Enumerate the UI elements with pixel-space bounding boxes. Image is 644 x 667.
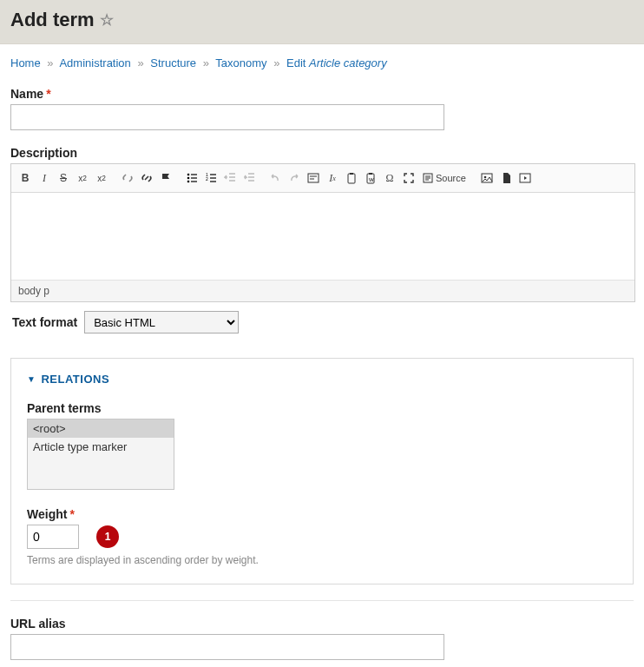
breadcrumb-home[interactable]: Home: [10, 56, 41, 69]
relations-toggle[interactable]: ▼ RELATIONS: [27, 373, 617, 386]
text-format-label: Text format: [12, 315, 77, 329]
breadcrumb-separator: »: [137, 56, 143, 69]
bold-icon[interactable]: B: [16, 169, 34, 187]
svg-rect-9: [369, 173, 372, 175]
paste-text-icon[interactable]: [343, 169, 360, 187]
breadcrumb: Home » Administration » Structure » Taxo…: [10, 56, 634, 69]
video-icon[interactable]: [516, 169, 534, 187]
bullet-list-icon[interactable]: [183, 169, 200, 187]
remove-link-icon[interactable]: [119, 169, 136, 187]
svg-rect-8: [367, 174, 374, 183]
page-title-text: Add term: [10, 9, 95, 31]
indent-icon[interactable]: [240, 169, 258, 187]
name-label-text: Name: [10, 87, 43, 101]
svg-rect-11: [424, 174, 432, 182]
svg-point-1: [187, 177, 190, 180]
breadcrumb-edit-em: Article category: [309, 56, 387, 69]
outdent-icon[interactable]: [221, 169, 239, 187]
name-label: Name*: [10, 87, 634, 101]
source-button-label: Source: [436, 173, 466, 183]
maximize-icon[interactable]: [400, 169, 417, 187]
breadcrumb-admin[interactable]: Administration: [59, 56, 130, 69]
text-format-row: Text format Basic HTML: [10, 302, 634, 342]
rich-text-editor: B I S x2 x2 12 Ix W: [10, 163, 635, 302]
parent-option-root[interactable]: <root>: [28, 419, 174, 438]
text-format-select[interactable]: Basic HTML: [84, 311, 239, 334]
redo-icon[interactable]: [286, 169, 303, 187]
numbered-list-icon[interactable]: 12: [202, 169, 220, 187]
svg-text:W: W: [369, 177, 374, 182]
svg-point-13: [484, 176, 487, 179]
weight-input[interactable]: [27, 525, 79, 549]
svg-rect-5: [308, 174, 319, 182]
svg-rect-7: [350, 173, 353, 175]
favorite-star-icon[interactable]: ☆: [100, 10, 114, 30]
parent-option-article-type[interactable]: Article type marker: [28, 438, 174, 456]
italic-icon[interactable]: I: [36, 169, 53, 187]
page-header: Add term ☆: [0, 0, 644, 44]
breadcrumb-structure[interactable]: Structure: [150, 56, 196, 69]
weight-block: Weight* 1 Terms are displayed in ascendi…: [27, 507, 617, 566]
url-alias-label: URL alias: [10, 617, 634, 631]
image-icon[interactable]: [478, 169, 496, 187]
caret-down-icon: ▼: [27, 374, 36, 384]
superscript-icon[interactable]: x2: [74, 169, 91, 187]
url-alias-input[interactable]: [10, 634, 444, 660]
breadcrumb-taxonomy[interactable]: Taxonomy: [215, 56, 266, 69]
required-icon: *: [46, 87, 50, 101]
svg-point-2: [187, 181, 190, 183]
editor-status-bar: body p: [11, 280, 634, 301]
svg-rect-14: [520, 174, 530, 182]
editor-content-area[interactable]: [11, 193, 634, 280]
strikethrough-icon[interactable]: S: [55, 169, 72, 187]
url-alias-block: URL alias Specify an alternative path by…: [10, 600, 634, 667]
svg-rect-12: [482, 174, 492, 182]
weight-hint: Terms are displayed in ascending order b…: [27, 554, 617, 566]
weight-label: Weight*: [27, 507, 617, 521]
link-icon[interactable]: [138, 169, 155, 187]
breadcrumb-separator: »: [203, 56, 209, 69]
description-label: Description: [10, 146, 634, 160]
toolbar-separator: [176, 169, 181, 187]
breadcrumb-edit[interactable]: Edit Article category: [286, 56, 387, 69]
breadcrumb-edit-prefix: Edit: [286, 56, 309, 69]
page-title: Add term ☆: [10, 9, 634, 31]
flag-icon[interactable]: [157, 169, 174, 187]
toolbar-separator: [260, 169, 265, 187]
name-input[interactable]: [10, 104, 444, 130]
toolbar-separator: [471, 169, 476, 187]
breadcrumb-separator: »: [47, 56, 53, 69]
required-icon: *: [69, 507, 74, 521]
svg-rect-6: [348, 174, 355, 183]
svg-point-0: [187, 174, 190, 176]
relations-title-text: RELATIONS: [41, 373, 109, 386]
subscript-icon[interactable]: x2: [93, 169, 110, 187]
parent-terms-select[interactable]: <root> Article type marker: [27, 419, 174, 490]
description-field-block: Description B I S x2 x2 12: [10, 146, 634, 342]
paste-word-icon[interactable]: W: [362, 169, 379, 187]
clear-format-icon[interactable]: Ix: [324, 169, 341, 187]
special-char-icon[interactable]: Ω: [381, 169, 398, 187]
relations-box: ▼ RELATIONS Parent terms <root> Article …: [10, 358, 634, 584]
blockquote-icon[interactable]: [305, 169, 322, 187]
weight-label-text: Weight: [27, 507, 67, 521]
breadcrumb-separator: »: [273, 56, 279, 69]
file-icon[interactable]: [497, 169, 515, 187]
parent-terms-label: Parent terms: [27, 401, 617, 415]
svg-text:1: 1: [206, 172, 208, 177]
undo-icon[interactable]: [266, 169, 284, 187]
name-field-block: Name*: [10, 87, 634, 130]
source-button[interactable]: Source: [419, 169, 470, 187]
annotation-badge: 1: [96, 525, 119, 548]
toolbar-separator: [112, 169, 117, 187]
svg-text:2: 2: [206, 176, 208, 182]
editor-toolbar: B I S x2 x2 12 Ix W: [11, 164, 634, 193]
